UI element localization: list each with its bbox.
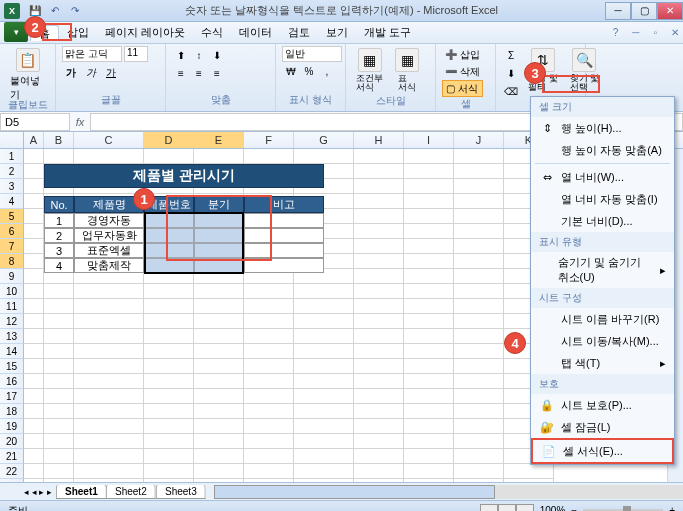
row-header-13[interactable]: 13 — [0, 329, 24, 344]
cell[interactable] — [294, 404, 354, 419]
table-cell[interactable] — [194, 213, 244, 228]
cell[interactable] — [74, 374, 144, 389]
tab-nav[interactable]: ◂ ◂ ▸ ▸ — [20, 487, 56, 497]
row-header-21[interactable]: 21 — [0, 449, 24, 464]
row-header-12[interactable]: 12 — [0, 314, 24, 329]
table-cell[interactable] — [144, 243, 194, 258]
help-icon[interactable]: ? — [613, 27, 619, 38]
cell[interactable] — [74, 284, 144, 299]
cell[interactable] — [74, 404, 144, 419]
menu-autofit-row[interactable]: 행 높이 자동 맞춤(A) — [531, 139, 674, 161]
cell[interactable] — [404, 209, 454, 224]
table-cell[interactable] — [194, 243, 244, 258]
cell[interactable] — [144, 329, 194, 344]
col-header-j[interactable]: J — [454, 132, 504, 148]
cell[interactable] — [24, 389, 44, 404]
col-header-e[interactable]: E — [194, 132, 244, 148]
cell[interactable] — [244, 479, 294, 482]
cell[interactable] — [354, 284, 404, 299]
cell[interactable] — [144, 419, 194, 434]
fill-button[interactable]: ⬇ — [502, 64, 520, 82]
col-header-g[interactable]: G — [294, 132, 354, 148]
cell[interactable] — [354, 239, 404, 254]
cell[interactable] — [404, 194, 454, 209]
cell[interactable] — [144, 359, 194, 374]
cell[interactable] — [354, 329, 404, 344]
cell[interactable] — [294, 314, 354, 329]
table-cell[interactable]: 맞춤제작 — [74, 258, 144, 273]
menu-move-sheet[interactable]: 시트 이동/복사(M)... — [531, 330, 674, 352]
cell[interactable] — [354, 344, 404, 359]
cell[interactable] — [504, 464, 554, 479]
cell[interactable] — [24, 149, 44, 164]
doc-restore-icon[interactable]: ▫ — [653, 27, 657, 38]
cell[interactable] — [404, 224, 454, 239]
currency-button[interactable]: ₩ — [282, 62, 300, 80]
cell[interactable] — [454, 434, 504, 449]
zoom-out-button[interactable]: − — [571, 505, 577, 511]
cell[interactable] — [74, 449, 144, 464]
cell[interactable] — [144, 299, 194, 314]
sheet-tab-3[interactable]: Sheet3 — [156, 485, 206, 499]
cell[interactable] — [24, 344, 44, 359]
cell[interactable] — [194, 434, 244, 449]
table-cell[interactable] — [244, 228, 324, 243]
view-normal-button[interactable] — [480, 504, 498, 512]
cell[interactable] — [454, 344, 504, 359]
sheet-tab-2[interactable]: Sheet2 — [106, 485, 156, 499]
cell[interactable] — [244, 404, 294, 419]
close-button[interactable]: ✕ — [657, 2, 683, 20]
cell[interactable] — [244, 344, 294, 359]
cell[interactable] — [404, 419, 454, 434]
cell[interactable] — [24, 359, 44, 374]
cell[interactable] — [454, 464, 504, 479]
cell[interactable] — [354, 194, 404, 209]
cell[interactable] — [244, 314, 294, 329]
table-format-button[interactable]: ▦표 서식 — [391, 46, 423, 94]
cell[interactable] — [144, 389, 194, 404]
cell[interactable] — [144, 479, 194, 482]
row-header-7[interactable]: 7 — [0, 239, 24, 254]
cell[interactable] — [294, 359, 354, 374]
table-cell[interactable]: 2 — [44, 228, 74, 243]
cell[interactable] — [194, 449, 244, 464]
cell[interactable] — [354, 164, 404, 179]
cell[interactable] — [404, 389, 454, 404]
menu-autofit-col[interactable]: 열 너비 자동 맞춤(I) — [531, 188, 674, 210]
menu-default-width[interactable]: 기본 너비(D)... — [531, 210, 674, 232]
cell[interactable] — [24, 239, 44, 254]
cell[interactable] — [194, 479, 244, 482]
align-bot-button[interactable]: ⬇ — [208, 46, 226, 64]
cell[interactable] — [194, 419, 244, 434]
cell[interactable] — [454, 224, 504, 239]
col-header-c[interactable]: C — [74, 132, 144, 148]
cells-area[interactable]: 제품별 관리시기 No. 제품명 제품번호 분기 비고 1경영자동2업무자동화3… — [24, 149, 554, 482]
row-header-22[interactable]: 22 — [0, 464, 24, 479]
cell[interactable] — [24, 284, 44, 299]
horizontal-scrollbar[interactable] — [214, 485, 683, 499]
cell[interactable] — [294, 284, 354, 299]
view-layout-button[interactable] — [498, 504, 516, 512]
cell[interactable] — [194, 374, 244, 389]
cell[interactable] — [454, 374, 504, 389]
cell[interactable] — [404, 164, 454, 179]
comma-button[interactable]: , — [318, 62, 336, 80]
sheet-tab-1[interactable]: Sheet1 — [56, 485, 107, 499]
cell[interactable] — [44, 284, 74, 299]
cell[interactable] — [454, 389, 504, 404]
bold-button[interactable]: 가 — [62, 64, 80, 82]
select-all-corner[interactable] — [0, 132, 24, 148]
cell[interactable] — [44, 149, 74, 164]
cell[interactable] — [294, 344, 354, 359]
menu-col-width[interactable]: ⇔열 너비(W)... — [531, 166, 674, 188]
cell[interactable] — [404, 284, 454, 299]
cell[interactable] — [44, 479, 74, 482]
cell[interactable] — [44, 329, 74, 344]
maximize-button[interactable]: ▢ — [631, 2, 657, 20]
insert-button[interactable]: ➕삽입 — [442, 46, 483, 63]
tab-data[interactable]: 데이터 — [231, 25, 280, 40]
table-cell[interactable] — [244, 258, 324, 273]
cell[interactable] — [24, 479, 44, 482]
cell[interactable] — [454, 419, 504, 434]
delete-button[interactable]: ➖삭제 — [442, 63, 483, 80]
